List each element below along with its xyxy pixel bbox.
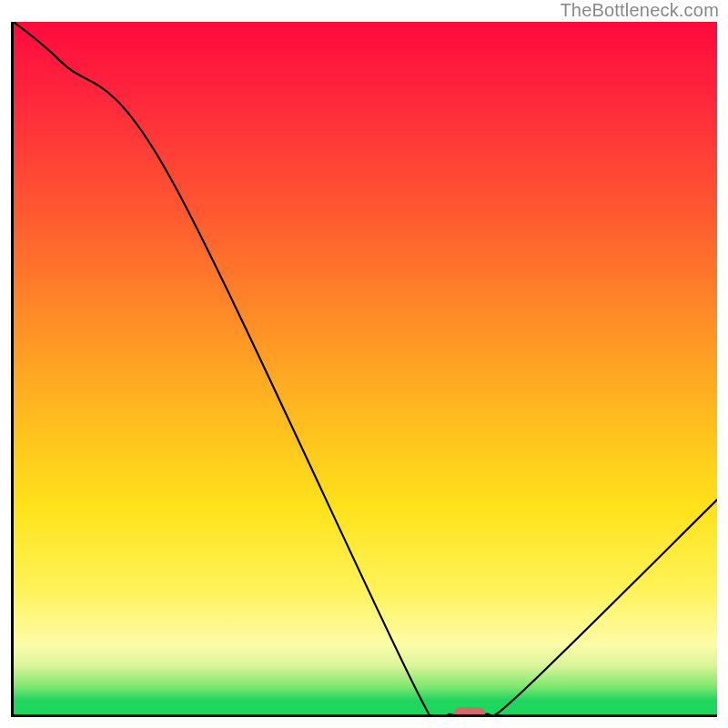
- plot-area: [11, 22, 717, 717]
- optimal-point-marker: [454, 707, 485, 717]
- heat-gradient-background: [14, 22, 717, 714]
- chart-container: TheBottleneck.com: [0, 0, 728, 728]
- attribution-text: TheBottleneck.com: [560, 0, 719, 21]
